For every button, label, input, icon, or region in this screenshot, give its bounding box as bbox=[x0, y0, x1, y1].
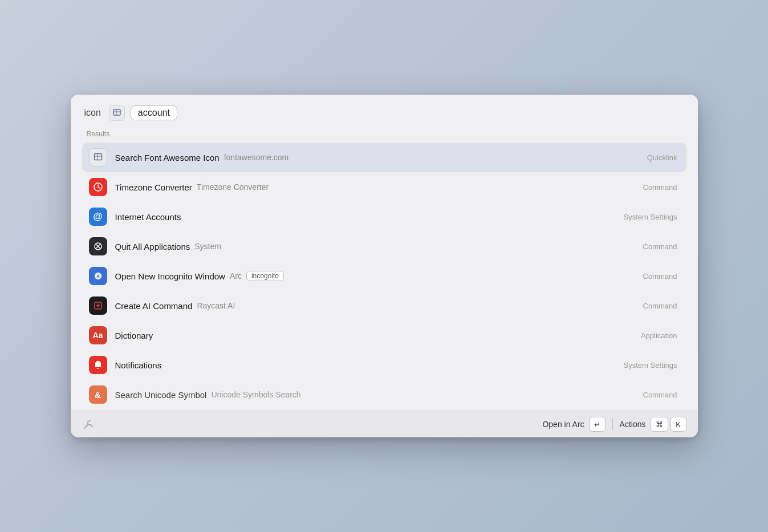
icon-label: icon bbox=[84, 108, 101, 118]
item-name: Create AI Command bbox=[115, 301, 193, 311]
footer-bar: Open in Arc ↵ Actions ⌘ K bbox=[71, 411, 698, 437]
search-header: icon account bbox=[71, 95, 698, 130]
results-section: Results Search Font Awesome Icon fontawe… bbox=[71, 130, 698, 409]
raycast-window: icon account Results bbox=[71, 95, 698, 437]
item-name: Search Unicode Symbol bbox=[115, 390, 207, 400]
item-main: Search Unicode Symbol Unicode Symbols Se… bbox=[115, 390, 643, 400]
footer-divider bbox=[612, 419, 613, 430]
item-type: System Settings bbox=[624, 361, 680, 369]
item-type: System Settings bbox=[624, 213, 680, 221]
item-subtitle: Unicode Symbols Search bbox=[211, 390, 300, 399]
item-main: Search Font Awesome Icon fontawesome.com bbox=[115, 153, 647, 163]
k-key-badge: K bbox=[671, 417, 686, 432]
item-type: Command bbox=[643, 272, 680, 281]
search-tag[interactable]: account bbox=[131, 105, 177, 120]
result-item-quit-all-apps[interactable]: Quit All Applications System Command bbox=[82, 232, 686, 261]
item-subtitle: Arc bbox=[230, 271, 242, 281]
actions-key-group: ⌘ K bbox=[651, 417, 686, 432]
item-subtitle: Timezone Converter bbox=[197, 182, 269, 192]
svg-rect-3 bbox=[94, 154, 101, 160]
item-type: Command bbox=[643, 391, 680, 399]
results-list: Search Font Awesome Icon fontawesome.com… bbox=[82, 143, 686, 409]
item-main: Quit All Applications System bbox=[115, 242, 643, 251]
item-main: Dictionary bbox=[115, 331, 641, 340]
result-item-incognito[interactable]: Open New Incognito Window Arc incognito … bbox=[82, 261, 686, 291]
item-icon-flag bbox=[89, 148, 107, 166]
item-icon-quit bbox=[89, 237, 107, 255]
item-main: Open New Incognito Window Arc incognito bbox=[115, 271, 643, 281]
flag-icon bbox=[109, 105, 125, 121]
item-subtitle: Raycast AI bbox=[197, 301, 235, 310]
item-icon-at: @ bbox=[89, 208, 107, 226]
item-name: Internet Accounts bbox=[115, 212, 181, 222]
result-item-internet-accounts[interactable]: @ Internet Accounts System Settings bbox=[82, 202, 686, 232]
result-item-create-ai[interactable]: Create AI Command Raycast AI Command bbox=[82, 291, 686, 320]
result-item-search-font-awesome[interactable]: Search Font Awesome Icon fontawesome.com… bbox=[82, 143, 686, 172]
svg-rect-0 bbox=[113, 109, 120, 115]
results-label: Results bbox=[82, 130, 686, 143]
item-icon-arc bbox=[89, 267, 107, 285]
result-item-unicode[interactable]: & Search Unicode Symbol Unicode Symbols … bbox=[82, 380, 686, 409]
item-name: Timezone Converter bbox=[115, 182, 192, 192]
item-icon-unicode: & bbox=[89, 385, 107, 404]
item-icon-dict: Aa bbox=[89, 326, 107, 344]
svg-line-8 bbox=[98, 187, 100, 188]
item-icon-notif bbox=[89, 356, 107, 374]
item-name: Notifications bbox=[115, 360, 162, 370]
item-subtitle: System bbox=[194, 242, 221, 251]
raycast-logo bbox=[82, 418, 95, 431]
actions-label: Actions bbox=[620, 420, 646, 429]
item-subtitle: fontawesome.com bbox=[224, 153, 289, 162]
enter-key-badge: ↵ bbox=[589, 417, 606, 432]
item-name: Quit All Applications bbox=[115, 242, 190, 251]
open-in-arc-label: Open in Arc bbox=[542, 420, 584, 429]
item-main: Create AI Command Raycast AI bbox=[115, 301, 643, 311]
item-type: Application bbox=[641, 331, 680, 340]
result-item-dictionary[interactable]: Aa Dictionary Application bbox=[82, 320, 686, 350]
item-main: Internet Accounts bbox=[115, 212, 624, 222]
item-type: Command bbox=[643, 242, 680, 251]
cmd-key-badge: ⌘ bbox=[651, 417, 668, 432]
item-type: Quicklink bbox=[647, 153, 680, 162]
item-main: Timezone Converter Timezone Converter bbox=[115, 182, 643, 192]
item-main: Notifications bbox=[115, 360, 624, 370]
item-icon-clock bbox=[89, 178, 107, 196]
item-icon-ai bbox=[89, 297, 107, 315]
incognito-tag: incognito bbox=[246, 271, 284, 281]
result-item-notifications[interactable]: Notifications System Settings bbox=[82, 350, 686, 380]
item-name: Search Font Awesome Icon bbox=[115, 153, 220, 163]
item-type: Command bbox=[643, 302, 680, 310]
result-item-timezone-converter[interactable]: Timezone Converter Timezone Converter Co… bbox=[82, 172, 686, 202]
item-name: Dictionary bbox=[115, 331, 153, 340]
item-type: Command bbox=[643, 183, 680, 192]
item-name: Open New Incognito Window bbox=[115, 271, 225, 281]
